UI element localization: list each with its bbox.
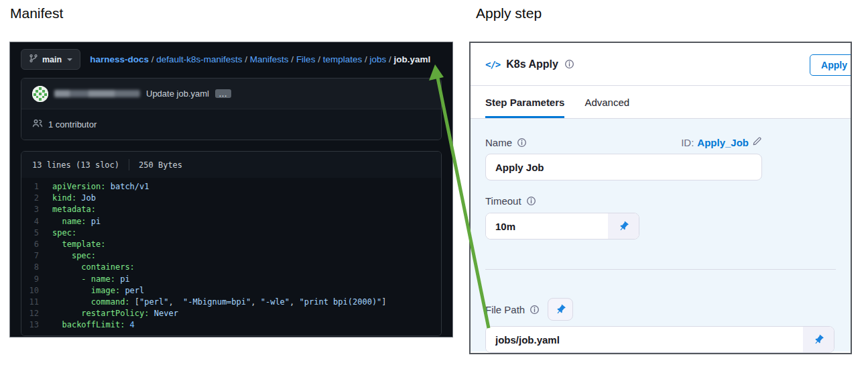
chevron-down-icon: [67, 58, 72, 61]
line-number[interactable]: 7: [21, 250, 52, 262]
code-line: 7 spec:: [21, 250, 441, 262]
commit-author-redacted: [54, 90, 140, 97]
k8s-apply-step-panel: </> K8s Apply Apply Step Parameters Adva…: [469, 42, 852, 354]
breadcrumb-segment-link[interactable]: Manifests: [250, 54, 289, 64]
pin-toggle-button[interactable]: [548, 298, 573, 321]
info-icon[interactable]: [564, 59, 574, 69]
file-path-label-row: File Path: [485, 298, 836, 321]
breadcrumb-separator: /: [289, 54, 296, 64]
code-brackets-icon: </>: [485, 59, 500, 70]
line-number[interactable]: 8: [21, 262, 52, 273]
code-line: 8 containers:: [21, 262, 441, 273]
line-content: command: ["perl", "-Mbignum=bpi", "-wle"…: [52, 297, 387, 308]
yaml-code-viewer[interactable]: 1apiVersion: batch/v12kind: Job3metadata…: [21, 178, 441, 335]
file-content-box: 13 lines (13 sloc) 250 Bytes 1apiVersion…: [21, 151, 442, 336]
line-number[interactable]: 13: [21, 319, 52, 331]
line-content: backoffLimit: 4: [52, 319, 135, 331]
line-number[interactable]: 11: [21, 297, 52, 308]
step-title: K8s Apply: [506, 58, 558, 70]
code-line: 1apiVersion: batch/v1: [21, 181, 441, 193]
branch-name: main: [42, 55, 62, 64]
name-label: Name: [485, 137, 527, 148]
info-icon[interactable]: [530, 305, 540, 315]
step-id-chip: ID: Apply_Job: [681, 136, 762, 148]
line-content: restartPolicy: Never: [52, 308, 178, 319]
step-parameters-form: Name ID: Apply_Job: [471, 119, 851, 352]
line-number[interactable]: 5: [21, 227, 52, 239]
tab-advanced[interactable]: Advanced: [584, 86, 629, 118]
apply-step-title: Apply step: [476, 5, 542, 21]
code-line: 2kind: Job: [21, 193, 441, 204]
name-input[interactable]: [485, 154, 762, 180]
line-number[interactable]: 3: [21, 204, 52, 215]
breadcrumb-separator: /: [362, 54, 369, 64]
code-line: 13 backoffLimit: 4: [21, 319, 441, 331]
tab-step-parameters[interactable]: Step Parameters: [485, 86, 564, 118]
step-header: </> K8s Apply Apply: [471, 43, 851, 86]
breadcrumb-separator: /: [149, 54, 156, 64]
line-number[interactable]: 6: [21, 239, 52, 250]
code-line: 12 restartPolicy: Never: [21, 308, 441, 319]
code-line: 4 name: pi: [21, 216, 441, 227]
info-icon[interactable]: [526, 196, 536, 206]
step-tabs: Step Parameters Advanced: [471, 86, 851, 119]
line-content: containers:: [52, 262, 135, 273]
breadcrumb-current-file: job.yaml: [393, 54, 430, 64]
breadcrumb-segment-link[interactable]: default-k8s-manifests: [156, 54, 242, 64]
edit-pencil-icon[interactable]: [752, 136, 762, 148]
commit-expand-button[interactable]: …: [215, 89, 231, 98]
github-file-panel: main harness-docs / default-k8s-manifest…: [9, 42, 453, 337]
name-field-row: Name ID: Apply_Job: [485, 136, 762, 148]
step-id-link[interactable]: Apply_Job: [697, 137, 749, 148]
line-content: spec:: [52, 227, 76, 239]
meta-divider: [129, 159, 129, 170]
id-prefix-label: ID:: [681, 137, 694, 148]
file-lines-count: 13 lines (13 sloc): [32, 160, 119, 170]
file-path-input-group: [485, 326, 834, 353]
pin-toggle-button[interactable]: [803, 327, 834, 352]
line-content: apiVersion: batch/v1: [52, 181, 149, 193]
commit-message-link[interactable]: Update job.yaml: [146, 89, 209, 99]
timeout-input[interactable]: [486, 213, 608, 239]
people-icon: [32, 118, 43, 131]
breadcrumb-separator: /: [243, 54, 250, 64]
info-icon[interactable]: [517, 138, 527, 148]
branch-selector-button[interactable]: main: [21, 49, 80, 70]
contributors-label: 1 contributor: [48, 119, 97, 129]
line-number[interactable]: 2: [21, 193, 52, 204]
line-content: kind: Job: [52, 193, 96, 204]
section-divider: [485, 269, 836, 270]
apply-changes-button[interactable]: Apply: [810, 54, 852, 76]
latest-commit-box: Update job.yaml … 1 contributor: [21, 78, 442, 140]
contributors-row[interactable]: 1 contributor: [21, 109, 441, 140]
line-content: - name: pi: [52, 274, 130, 285]
line-content: metadata:: [52, 204, 96, 215]
line-content: name: pi: [52, 216, 101, 227]
breadcrumb-segment-link[interactable]: Files: [296, 54, 316, 64]
code-line: 3metadata:: [21, 204, 441, 215]
breadcrumb-segment-link[interactable]: jobs: [369, 54, 386, 64]
breadcrumb-separator: /: [386, 54, 393, 64]
pin-toggle-button[interactable]: [608, 213, 639, 239]
line-number[interactable]: 1: [21, 181, 52, 193]
file-path-label: File Path: [485, 304, 540, 315]
file-path-input[interactable]: [486, 327, 803, 352]
breadcrumb-separator: /: [315, 54, 322, 64]
breadcrumb-repo-link[interactable]: harness-docs: [90, 54, 149, 64]
breadcrumb: harness-docs / default-k8s-manifests / M…: [90, 54, 430, 64]
manifest-title: Manifest: [10, 5, 63, 21]
timeout-input-group: [485, 213, 639, 240]
line-number[interactable]: 10: [21, 285, 52, 297]
file-size: 250 Bytes: [139, 160, 182, 170]
line-content: template:: [52, 239, 105, 250]
line-number[interactable]: 4: [21, 216, 52, 227]
line-number[interactable]: 12: [21, 308, 52, 319]
file-meta-header: 13 lines (13 sloc) 250 Bytes: [21, 152, 441, 178]
code-line: 5spec:: [21, 227, 441, 239]
line-number[interactable]: 9: [21, 274, 52, 285]
code-line: 9 - name: pi: [21, 274, 441, 285]
commit-row: Update job.yaml …: [21, 79, 441, 109]
line-content: spec:: [52, 250, 96, 262]
breadcrumb-segment-link[interactable]: templates: [323, 54, 363, 64]
avatar[interactable]: [32, 86, 48, 102]
